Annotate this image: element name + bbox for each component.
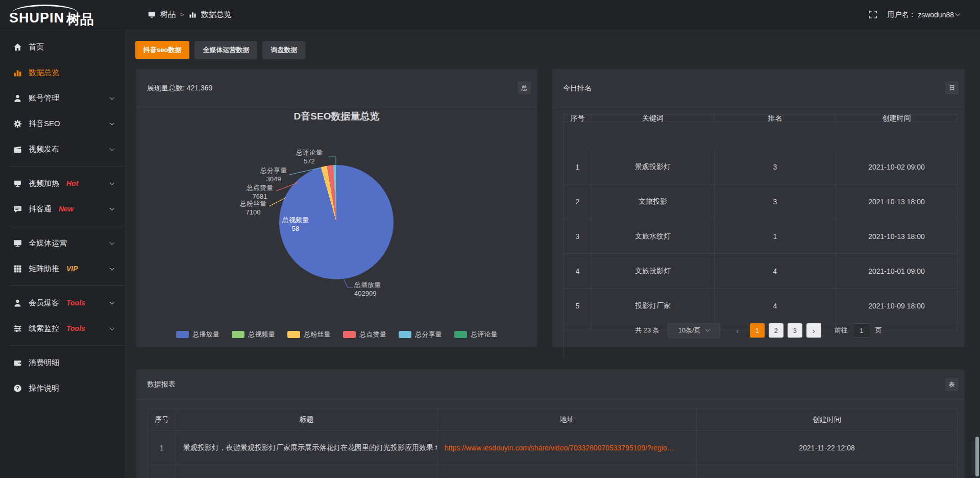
pagination: 共 23 条 10条/页 ‹ 1 2 3 › 前往 1 页	[552, 323, 965, 338]
overview-panel: 展现量总数: 421,369 总 D音SEO数据量总览 总评论量572 总分享量…	[136, 69, 537, 347]
pie-label-comments: 总评论量572	[291, 148, 328, 165]
page-scrollbar[interactable]	[975, 437, 979, 476]
report-panel-header: 数据报表 表	[136, 369, 965, 399]
legend-item-fans[interactable]: 总粉丝量	[287, 330, 331, 339]
clapperboard-icon	[13, 145, 22, 154]
column-header: 排名	[715, 115, 836, 122]
legend-swatch	[399, 331, 411, 338]
page-button-3[interactable]: 3	[788, 323, 802, 338]
legend-swatch	[176, 331, 189, 338]
report-row-link[interactable]: https://www.iesdouyin.com/share/video/70…	[437, 431, 697, 465]
sidebar-item-label: 抖客通	[29, 204, 52, 214]
sidebar-item-lead-monitor[interactable]: 线索监控 Tools	[0, 316, 125, 341]
hot-badge: Hot	[66, 179, 78, 187]
sidebar-item-consumption[interactable]: 消费明细	[0, 350, 125, 375]
table-cell	[697, 465, 958, 478]
table-cell: 2021-10-13 18:00	[836, 184, 958, 219]
legend-item-shares[interactable]: 总分享量	[399, 330, 442, 339]
tab-inquiry-data[interactable]: 询盘数据	[262, 41, 305, 59]
sidebar-item-member-burst[interactable]: 会员爆客 Tools	[0, 290, 125, 316]
legend-item-comments[interactable]: 总评论量	[454, 330, 498, 339]
monitor-icon	[13, 239, 22, 248]
legend-item-videos[interactable]: 总视频量	[232, 330, 275, 339]
report-panel: 数据报表 表 序号 标题 地址 创建时间 1 景观投影灯，夜游景观投影灯厂家展示…	[136, 369, 965, 478]
chevron-down-icon	[955, 11, 961, 16]
chevron-down-icon	[110, 121, 115, 126]
sidebar-item-help[interactable]: ? 操作说明	[0, 375, 125, 401]
gear-icon	[13, 119, 22, 128]
main-content: 抖音seo数据 全媒体运营数据 询盘数据 展现量总数: 421,369 总 D音…	[125, 29, 980, 478]
sidebar-item-label: 线索监控	[29, 324, 59, 333]
chevron-down-icon	[110, 325, 115, 330]
sidebar-item-video-publish[interactable]: 视频发布	[0, 136, 125, 162]
sidebar-item-video-heat[interactable]: 视频加热 Hot	[0, 171, 125, 196]
table-cell: 2	[564, 184, 592, 219]
sidebar-item-account[interactable]: 账号管理	[0, 85, 125, 111]
page-button-2[interactable]: 2	[769, 323, 783, 338]
sidebar-divider	[9, 226, 125, 226]
tab-douyin-seo-data[interactable]: 抖音seo数据	[135, 41, 189, 59]
column-header: 创建时间	[697, 409, 958, 431]
column-header: 地址	[437, 409, 697, 431]
sidebar-item-label: 矩阵助推	[29, 264, 59, 274]
table-cell: 1	[564, 150, 592, 184]
next-page-button[interactable]: ›	[806, 323, 821, 338]
legend-item-plays[interactable]: 总播放量	[176, 330, 219, 339]
chevron-down-icon	[705, 326, 710, 331]
table-cell	[176, 465, 437, 478]
sliders-icon	[13, 324, 22, 333]
topbar: SHUPIN 树品 树品 > 数据总览 用户名： zswodun88	[0, 0, 980, 29]
app-logo[interactable]: SHUPIN 树品	[9, 4, 121, 27]
legend-swatch	[343, 331, 356, 338]
user-menu[interactable]: 用户名： zswodun88	[887, 10, 960, 19]
tab-media-operation-data[interactable]: 全媒体运营数据	[194, 41, 257, 59]
table-badge-button[interactable]: 表	[945, 378, 959, 391]
svg-text:?: ?	[16, 385, 19, 391]
sidebar-item-label: 首页	[29, 42, 44, 52]
sidebar-item-label: 账号管理	[29, 93, 59, 103]
member-icon	[13, 299, 22, 307]
day-badge-button[interactable]: 日	[945, 81, 959, 94]
table-cell: 1	[715, 219, 836, 254]
overview-panel-header: 展现量总数: 421,369 总	[136, 69, 537, 107]
chevron-down-icon	[110, 300, 115, 305]
pie-chart-title: D音SEO数据量总览	[136, 110, 537, 123]
user-icon	[13, 94, 22, 103]
table-cell: 4	[564, 254, 592, 289]
pie-label-likes: 总点赞量7681	[243, 183, 276, 201]
fullscreen-icon[interactable]	[869, 11, 877, 18]
sidebar-item-media-operation[interactable]: 全媒体运营	[0, 230, 125, 256]
table-cell: 5	[564, 289, 592, 323]
sidebar-item-data-overview[interactable]: 数据总览	[0, 60, 125, 85]
sidebar-item-matrix-boost[interactable]: 矩阵助推 VIP	[0, 256, 125, 281]
home-icon	[13, 43, 22, 52]
bar-chart-icon	[13, 68, 22, 77]
column-header: 标题	[176, 409, 437, 431]
sidebar-item-douyin-seo[interactable]: 抖音SEO	[0, 111, 125, 136]
chevron-down-icon	[110, 240, 115, 245]
goto-page-input[interactable]: 1	[853, 323, 870, 338]
legend-item-likes[interactable]: 总点赞量	[343, 330, 386, 339]
page-size-select[interactable]: 10条/页	[668, 323, 720, 338]
total-badge-button[interactable]: 总	[518, 81, 531, 94]
legend-swatch	[454, 331, 467, 338]
breadcrumb-root[interactable]: 树品	[160, 10, 176, 19]
legend-swatch	[287, 331, 300, 338]
table-cell: 文旅投影灯	[592, 254, 715, 289]
report-row-title: 景观投影灯，夜游景观投影灯厂家展示展示落花灯在花园里的灯光投影应用效果 #	[176, 431, 437, 465]
page-button-1[interactable]: 1	[750, 323, 765, 338]
sidebar-item-home[interactable]: 首页	[0, 34, 125, 60]
tools-badge: Tools	[66, 299, 85, 307]
topbar-right: 用户名： zswodun88	[869, 0, 960, 29]
sidebar-divider	[9, 345, 125, 346]
sidebar-item-label: 视频加热	[29, 179, 59, 188]
logo-text-cn: 树品	[66, 10, 94, 29]
prev-page-button[interactable]: ‹	[732, 326, 743, 335]
sidebar-item-doukentong[interactable]: 抖客通 New	[0, 196, 125, 222]
chevron-down-icon	[110, 146, 115, 151]
wallet-icon	[13, 358, 22, 367]
table-cell: 3	[715, 184, 836, 219]
app-icon	[148, 11, 156, 18]
chevron-down-icon	[110, 180, 115, 185]
report-table: 序号 标题 地址 创建时间 1 景观投影灯，夜游景观投影灯厂家展示展示落花灯在花…	[148, 409, 958, 478]
